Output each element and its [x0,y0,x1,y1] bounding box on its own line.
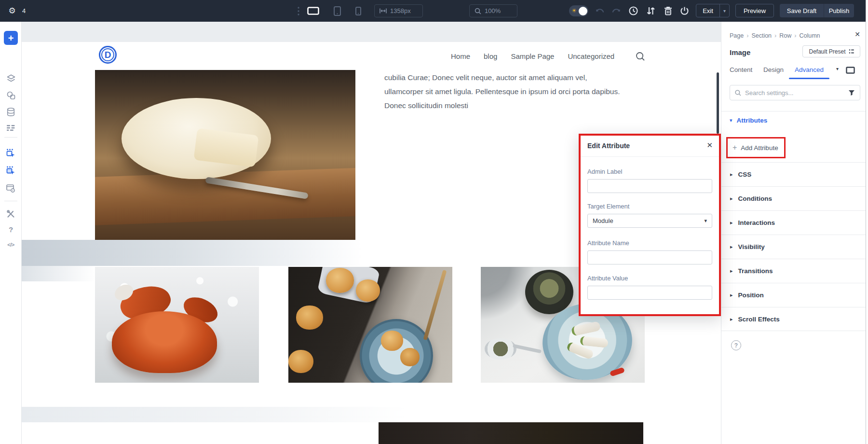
nav-item-blog[interactable]: blog [484,52,497,60]
sidebar-layers-button[interactable] [0,71,22,85]
attributes-section-header[interactable]: ▾ Attributes [730,117,767,124]
breadcrumb-separator: › [746,32,748,39]
accordion-css[interactable]: ▸ CSS [721,162,868,186]
admin-label-input[interactable] [587,179,712,193]
accordion-transitions[interactable]: ▸ Transitions [721,259,868,283]
preview-button[interactable]: Preview [735,4,774,17]
accordion-conditions[interactable]: ▸ Conditions [721,186,868,210]
panel-title: Image [730,48,750,56]
site-logo[interactable]: D [99,46,117,64]
chevron-down-icon: ▾ [704,218,707,224]
sidebar-click-mode-button[interactable] [0,163,22,178]
accordion-scroll-effects[interactable]: ▸ Scroll Effects [721,307,868,331]
canvas-image-muffins[interactable] [288,267,452,383]
sidebar-code-button[interactable]: </> [0,237,22,252]
window-icon [6,184,15,193]
settings-search[interactable] [730,85,860,100]
photo-shape [525,270,573,314]
interface-mode-toggle[interactable]: ☀ [569,5,588,16]
filter-icon[interactable] [848,90,855,96]
accordion-label: Visibility [738,243,765,250]
add-attribute-button[interactable]: Add Attribute [741,144,778,152]
tab-content[interactable]: Content [730,66,752,73]
exit-button-group[interactable]: Exit ▾ [696,4,730,17]
panel-help-button[interactable]: ? [731,340,741,350]
gear-icon: ⚙ [8,6,15,16]
tablet-view-icon[interactable] [331,0,343,22]
toolbar-drag-handle-icon[interactable] [295,0,302,22]
tabs-caret-icon[interactable]: ▾ [836,66,839,71]
publish-button[interactable]: Publish [824,4,854,17]
canvas-zoom-control[interactable]: 100% [469,4,517,17]
preset-icon [849,49,854,54]
sidebar-list-view-button[interactable] [0,121,22,135]
target-element-select[interactable]: Module ▾ [587,214,712,228]
portability-button[interactable] [678,0,691,22]
history-button[interactable] [627,0,639,22]
exit-button[interactable]: Exit [696,7,719,14]
builder-settings-icon[interactable]: ⚙ [6,0,18,22]
exit-caret-icon[interactable]: ▾ [720,8,729,14]
breadcrumb-column[interactable]: Column [799,32,820,39]
sidebar-hover-mode-button[interactable] [0,146,22,160]
desktop-icon [307,7,319,15]
tab-advanced[interactable]: Advanced [795,66,824,73]
accordion-label: Position [738,291,764,299]
sidebar-design-presets-button[interactable] [0,88,22,102]
site-paragraph[interactable]: cubilia Curae; Donec velit neque, auctor… [384,70,654,112]
canvas-image-crab[interactable] [95,267,259,383]
photo-shape [112,311,217,373]
accordion-position[interactable]: ▸ Position [721,283,868,307]
site-search-button[interactable] [636,52,645,61]
tab-design[interactable]: Design [763,66,784,73]
photo-shape [296,305,323,330]
site-header [22,42,721,70]
section-gradient-band [22,266,95,281]
panel-close-icon[interactable]: ✕ [854,30,860,38]
topbar-badge: 4 [22,7,26,14]
canvas-top-margin [22,22,721,42]
accordion-interactions[interactable]: ▸ Interactions [721,210,868,235]
sort-arrows-icon [647,6,655,15]
sidebar-tools-button[interactable] [0,207,22,221]
sidebar-database-button[interactable] [0,105,22,119]
photo-shape [326,268,354,293]
save-draft-button[interactable]: Save Draft [780,4,824,17]
nav-item-home[interactable]: Home [451,52,470,60]
toggle-knob [579,7,587,15]
breadcrumb-page[interactable]: Page [730,32,744,39]
sidebar-page-settings-button[interactable] [0,181,22,195]
settings-panel: Page › Section › Row › Column ✕ Image De… [721,22,868,444]
default-preset-button[interactable]: Default Preset [802,45,860,57]
window-scrollbar[interactable] [866,0,868,444]
layers-order-button[interactable] [644,0,657,22]
nav-item-uncategorized[interactable]: Uncategorized [568,52,614,60]
breadcrumb-section[interactable]: Section [751,32,772,39]
canvas-image-dark[interactable] [379,422,643,444]
breadcrumb-separator: › [774,32,776,39]
redo-button[interactable] [610,0,622,22]
add-module-button[interactable]: + [4,31,18,45]
canvas-width-control[interactable]: 1358px [374,4,423,17]
attribute-name-input[interactable] [587,250,712,264]
tablet-icon [334,6,341,16]
search-icon [636,52,645,61]
photo-shape [360,319,433,383]
breadcrumb-row[interactable]: Row [779,32,791,39]
photo-shape [356,279,380,302]
phone-view-icon[interactable] [353,0,364,22]
attribute-value-input[interactable] [587,286,712,300]
modal-close-icon[interactable]: ✕ [706,141,713,150]
sidebar-help-button[interactable]: ? [0,222,22,236]
magnifier-icon [475,8,481,14]
responsive-preview-icon[interactable] [846,67,855,74]
undo-button[interactable] [594,0,606,22]
settings-search-input[interactable] [745,89,844,97]
nav-item-sample-page[interactable]: Sample Page [511,52,554,60]
trash-button[interactable] [662,0,674,22]
accordion-label: Conditions [738,195,773,202]
desktop-view-icon[interactable] [306,0,320,22]
accordion-visibility[interactable]: ▸ Visibility [721,235,868,259]
canvas-scrollbar[interactable] [717,72,719,134]
canvas-image-cheese[interactable] [95,70,355,240]
